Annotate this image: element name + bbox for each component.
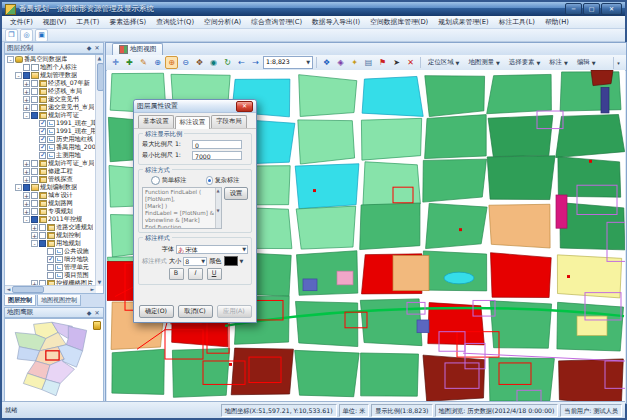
eagle-pin-icon[interactable]: ◆ xyxy=(85,309,93,317)
tree-checkbox[interactable] xyxy=(31,112,38,119)
max-scale-input[interactable]: 0 xyxy=(192,140,242,149)
tree-checkbox[interactable] xyxy=(47,272,54,279)
tree-checkbox[interactable] xyxy=(47,256,54,263)
tree-checkbox[interactable] xyxy=(31,192,38,199)
tree-checkbox[interactable] xyxy=(39,144,46,151)
menu-item-2[interactable]: 工具(T) xyxy=(72,16,103,28)
menu-item-3[interactable]: 要素选择(S) xyxy=(105,16,150,28)
tree-checkbox[interactable] xyxy=(23,184,30,191)
tree-checkbox[interactable] xyxy=(31,168,38,175)
tree-expander[interactable]: - xyxy=(23,216,30,223)
find-icon[interactable]: ◈ xyxy=(334,56,347,69)
tree-expander[interactable]: + xyxy=(23,208,30,215)
tree-checkbox[interactable] xyxy=(31,216,38,223)
scroll-right-icon[interactable]: ► xyxy=(89,286,96,293)
scroll-up-icon[interactable]: ▲ xyxy=(96,55,103,62)
tree-expander[interactable]: + xyxy=(23,168,30,175)
map-view-tab[interactable]: 地图视图 xyxy=(112,43,163,55)
close-button[interactable]: ✕ xyxy=(601,3,622,15)
prev-extent-icon[interactable]: ← xyxy=(235,56,248,69)
dialog-tab-1[interactable]: 标注设置 xyxy=(175,116,211,129)
toolbar-dropdown-4[interactable]: 编辑▼ xyxy=(573,56,600,70)
ok-button[interactable]: 确定(O) xyxy=(139,305,174,318)
radio-icon[interactable] xyxy=(206,176,213,185)
tree-checkbox[interactable] xyxy=(39,152,46,159)
zoom-window-icon[interactable]: ◎ xyxy=(20,29,33,42)
color-well[interactable] xyxy=(224,256,238,266)
tree-expander[interactable]: + xyxy=(23,160,30,167)
tree-checkbox[interactable] xyxy=(31,96,38,103)
attributes-icon[interactable]: ▤ xyxy=(362,56,375,69)
tree-item[interactable]: +道路交通规划 xyxy=(5,223,96,231)
tree-checkbox[interactable] xyxy=(39,128,46,135)
tree-checkbox[interactable] xyxy=(39,224,46,231)
tree-checkbox[interactable] xyxy=(31,160,38,167)
minimize-button[interactable]: ─ xyxy=(565,3,582,15)
menu-item-9[interactable]: 规划成果管理(E) xyxy=(434,16,492,28)
title-bar[interactable]: 番禺规划一张图图形资源管理及显示系统 ─ ▢ ✕ xyxy=(2,2,625,16)
tree-checkbox[interactable] xyxy=(23,72,30,79)
cancel-button[interactable]: 取消(C) xyxy=(178,305,213,318)
scroll-left-icon[interactable]: ◄ xyxy=(5,286,12,293)
menu-item-8[interactable]: 空间数据库管理(D) xyxy=(366,16,432,28)
add-data-icon[interactable]: ✚ xyxy=(123,56,136,69)
toolbar-dropdown-3[interactable]: 标注▼ xyxy=(545,56,572,70)
next-extent-icon[interactable]: → xyxy=(249,56,262,69)
tree-checkbox[interactable] xyxy=(47,264,54,271)
tree-expander[interactable]: + xyxy=(23,176,30,183)
tree-checkbox[interactable] xyxy=(31,88,38,95)
menu-item-1[interactable]: 视图(V) xyxy=(39,16,71,28)
tree-checkbox[interactable] xyxy=(39,240,46,247)
tree-checkbox[interactable] xyxy=(39,136,46,143)
font-select[interactable]: あ 宋体 ▼ xyxy=(176,245,248,254)
left-panel-tab-0[interactable]: 图层控制 xyxy=(4,295,36,306)
panels-icon[interactable]: ❐ xyxy=(5,29,18,42)
tree-expander[interactable]: - xyxy=(7,56,14,63)
menu-item-10[interactable]: 标注工具(L) xyxy=(495,16,539,28)
hyperlink-icon[interactable]: ✦ xyxy=(348,56,361,69)
menu-item-5[interactable]: 空间分析(A) xyxy=(200,16,245,28)
tree-expander[interactable]: + xyxy=(23,200,30,207)
dialog-tab-0[interactable]: 基本设置 xyxy=(138,115,174,128)
identify-icon[interactable]: ❖ xyxy=(320,56,333,69)
overview-window-icon[interactable]: ▣ xyxy=(35,29,48,42)
toolbar-dropdown-0[interactable]: 定位区域▼ xyxy=(424,56,463,70)
tree-checkbox[interactable] xyxy=(39,232,46,239)
label-mode-radio-0[interactable]: 简单标注 xyxy=(151,176,187,185)
tree-checkbox[interactable] xyxy=(23,64,30,71)
bold-button[interactable]: B xyxy=(169,268,184,280)
tree-expander[interactable]: + xyxy=(23,80,30,87)
tree-expander[interactable]: - xyxy=(15,72,22,79)
menu-item-4[interactable]: 查询统计(Q) xyxy=(152,16,198,28)
maximize-button[interactable]: ▢ xyxy=(583,3,600,15)
eagle-eye-map[interactable] xyxy=(4,318,104,402)
pan-icon[interactable]: ✛ xyxy=(109,56,122,69)
menu-item-7[interactable]: 数据导入导出(I) xyxy=(308,16,364,28)
tree-checkbox[interactable] xyxy=(31,200,38,207)
size-select[interactable]: 8 ▼ xyxy=(183,257,207,266)
tree-expander[interactable]: + xyxy=(23,88,30,95)
tree-item[interactable]: +规划控制 xyxy=(5,231,96,239)
expression-set-button[interactable]: 设置 xyxy=(224,187,248,200)
full-extent-icon[interactable]: ◉ xyxy=(207,56,220,69)
tree-expander[interactable]: + xyxy=(23,192,30,199)
tree-vscroll-thumb[interactable] xyxy=(97,63,104,91)
tree-checkbox[interactable] xyxy=(39,120,46,127)
toolbar-overflow-button[interactable]: ▾ xyxy=(613,57,623,69)
clear-selection-icon[interactable]: ✕ xyxy=(404,56,417,69)
select-arrow-icon[interactable]: ➤ xyxy=(390,56,403,69)
tree-expander[interactable]: - xyxy=(31,240,38,247)
toolbar-dropdown-1[interactable]: 地图测量▼ xyxy=(464,56,503,70)
close-panel-icon[interactable]: ✕ xyxy=(93,44,101,52)
italic-button[interactable]: I xyxy=(188,268,203,280)
pan-hand-icon[interactable]: ✥ xyxy=(193,56,206,69)
label-expression-box[interactable]: Function FindLabel ( [PlotNum],[Mark] ) … xyxy=(142,187,222,229)
pin-icon[interactable]: ◆ xyxy=(85,44,93,52)
dialog-close-button[interactable]: ✕ xyxy=(236,101,253,112)
expression-scrollbar[interactable]: ▲▼ xyxy=(215,188,221,228)
tree-checkbox[interactable] xyxy=(31,208,38,215)
left-panel-tab-1[interactable]: 地图视图控制 xyxy=(37,295,81,306)
tree-expander[interactable]: + xyxy=(23,104,30,111)
flag-icon[interactable]: ⚑ xyxy=(376,56,389,69)
tree-expander[interactable]: - xyxy=(23,112,30,119)
